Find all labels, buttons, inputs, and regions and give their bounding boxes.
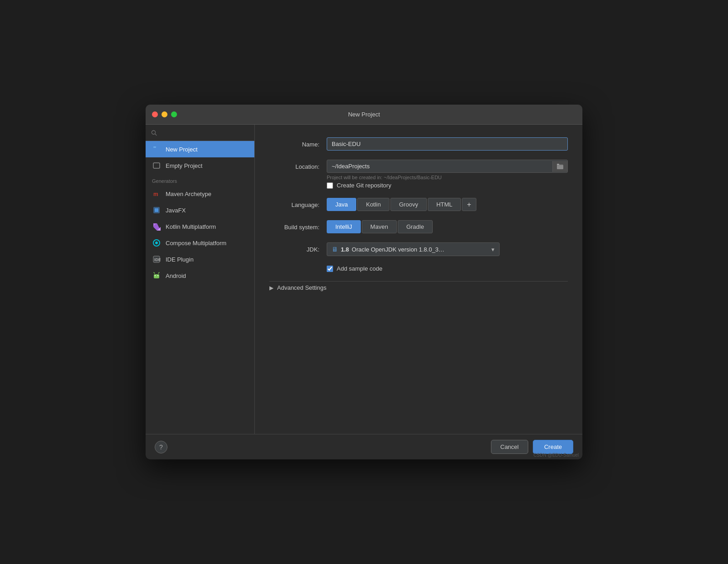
compose-icon: [152, 238, 161, 247]
sidebar-item-kotlin-multiplatform[interactable]: Kotlin Multiplatform: [146, 218, 254, 235]
help-button[interactable]: ?: [155, 441, 167, 453]
title-bar: New Project: [146, 105, 582, 125]
svg-point-12: [155, 242, 158, 244]
svg-line-18: [154, 272, 155, 273]
sidebar-item-javafx[interactable]: JavaFX: [146, 202, 254, 218]
sidebar-item-empty-project[interactable]: Empty Project: [146, 157, 254, 174]
build-system-control: IntelliJ Maven Gradle: [327, 220, 568, 233]
language-java-button[interactable]: Java: [327, 198, 356, 211]
window-controls: [152, 111, 177, 117]
sample-code-checkbox-row: Add sample code: [327, 265, 568, 272]
dialog-footer: ? Cancel Create CSDN @EDU-Samuel: [146, 434, 582, 459]
search-input[interactable]: [160, 129, 249, 136]
sidebar-item-ide-plugin[interactable]: IDE IDE Plugin: [146, 251, 254, 267]
watermark: CSDN @EDU-Samuel: [533, 453, 579, 458]
jdk-icon: 🖥: [332, 246, 338, 253]
build-maven-button[interactable]: Maven: [362, 220, 397, 233]
language-html-button[interactable]: HTML: [428, 198, 461, 211]
location-label: Location:: [269, 160, 319, 170]
sidebar-label-maven: Maven Archetype: [166, 191, 211, 197]
sidebar: New Project Empty Project Generators m: [146, 125, 255, 434]
location-row: Location: Project will be created in: ~: [269, 160, 568, 189]
language-control: Java Kotlin Groovy HTML +: [327, 198, 568, 211]
svg-point-16: [155, 275, 156, 276]
language-label: Language:: [269, 198, 319, 208]
advanced-settings-label: Advanced Settings: [277, 284, 326, 291]
jdk-control: 🖥 1.8 Oracle OpenJDK version 1.8.0_3… ▾: [327, 242, 568, 256]
jdk-label: JDK:: [269, 242, 319, 253]
javafx-icon: [152, 206, 161, 215]
new-project-icon: [152, 145, 161, 154]
ide-plugin-icon: IDE: [152, 255, 161, 264]
chevron-right-icon: ▶: [269, 285, 273, 291]
close-button[interactable]: [152, 111, 158, 117]
svg-line-19: [158, 272, 159, 273]
sample-code-spacer: [269, 265, 319, 269]
svg-point-17: [157, 275, 158, 276]
location-input[interactable]: [327, 160, 552, 172]
android-icon: [152, 271, 161, 280]
name-input[interactable]: [327, 137, 568, 151]
sidebar-label-javafx: JavaFX: [166, 207, 186, 214]
sidebar-item-maven-archetype[interactable]: m Maven Archetype: [146, 186, 254, 202]
folder-icon: [556, 163, 564, 170]
svg-rect-20: [557, 165, 563, 169]
git-repo-row: Create Git repository: [327, 182, 568, 189]
main-content: Name: Location:: [255, 125, 582, 434]
dialog-title: New Project: [348, 111, 380, 118]
location-control: Project will be created in: ~/IdeaProjec…: [327, 160, 568, 189]
svg-text:m: m: [153, 191, 158, 197]
svg-line-1: [155, 134, 157, 135]
minimize-button[interactable]: [162, 111, 167, 117]
search-icon: [151, 130, 157, 136]
build-system-btn-group: IntelliJ Maven Gradle: [327, 220, 568, 233]
sidebar-item-compose-multiplatform[interactable]: Compose Multiplatform: [146, 235, 254, 251]
jdk-version: 1.8: [341, 246, 349, 253]
svg-rect-15: [154, 274, 159, 278]
sidebar-label-compose: Compose Multiplatform: [166, 240, 227, 247]
cancel-button[interactable]: Cancel: [491, 440, 528, 454]
maven-icon: m: [152, 189, 161, 198]
language-kotlin-button[interactable]: Kotlin: [357, 198, 389, 211]
name-label: Name:: [269, 137, 319, 148]
sidebar-label-new-project: New Project: [166, 146, 197, 153]
create-git-label[interactable]: Create Git repository: [337, 182, 391, 189]
language-groovy-button[interactable]: Groovy: [390, 198, 427, 211]
empty-project-icon: [152, 161, 161, 170]
jdk-full-label: Oracle OpenJDK version 1.8.0_3…: [352, 246, 445, 253]
jdk-row: JDK: 🖥 1.8 Oracle OpenJDK version 1.8.0_…: [269, 242, 568, 256]
build-gradle-button[interactable]: Gradle: [398, 220, 433, 233]
svg-rect-3: [153, 146, 156, 148]
sample-code-control: Add sample code: [327, 265, 568, 272]
location-hint: Project will be created in: ~/IdeaProjec…: [327, 175, 568, 180]
name-row: Name:: [269, 137, 568, 151]
add-sample-code-checkbox[interactable]: [327, 266, 333, 272]
generators-section-label: Generators: [146, 174, 254, 186]
name-control: [327, 137, 568, 151]
advanced-settings-row[interactable]: ▶ Advanced Settings: [269, 281, 568, 294]
language-row: Language: Java Kotlin Groovy HTML +: [269, 198, 568, 211]
maximize-button[interactable]: [171, 111, 177, 117]
language-btn-group: Java Kotlin Groovy HTML +: [327, 198, 568, 211]
sample-code-row: Add sample code: [269, 265, 568, 272]
folder-browse-button[interactable]: [552, 161, 567, 172]
sidebar-label-android: Android: [166, 272, 186, 279]
new-project-dialog: New Project: [146, 105, 582, 459]
sidebar-label-kotlin: Kotlin Multiplatform: [166, 223, 216, 230]
sidebar-search-area[interactable]: [146, 125, 254, 141]
footer-buttons: Cancel Create: [491, 440, 574, 454]
build-intellij-button[interactable]: IntelliJ: [327, 220, 361, 233]
svg-rect-21: [557, 164, 559, 165]
sidebar-label-ide-plugin: IDE Plugin: [166, 256, 193, 263]
sidebar-item-new-project[interactable]: New Project: [146, 141, 254, 157]
svg-text:IDE: IDE: [154, 257, 161, 262]
chevron-down-icon: ▾: [491, 246, 495, 253]
create-button[interactable]: Create: [533, 440, 573, 454]
location-wrap: [327, 160, 568, 173]
build-system-row: Build system: IntelliJ Maven Gradle: [269, 220, 568, 233]
sidebar-item-android[interactable]: Android: [146, 267, 254, 284]
jdk-dropdown[interactable]: 🖥 1.8 Oracle OpenJDK version 1.8.0_3… ▾: [327, 242, 500, 256]
create-git-checkbox[interactable]: [327, 182, 333, 189]
language-add-button[interactable]: +: [462, 198, 476, 211]
add-sample-code-label[interactable]: Add sample code: [337, 265, 382, 272]
